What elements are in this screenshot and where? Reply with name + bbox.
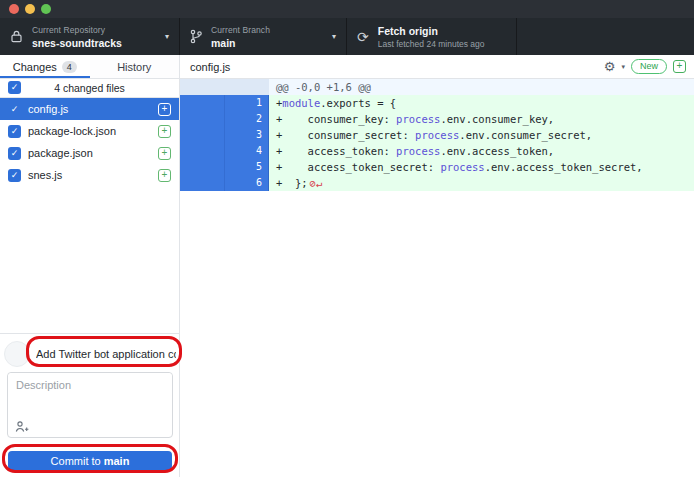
file-row-package-json[interactable]: ✓ package.json + [0, 142, 179, 164]
commit-to-main-button[interactable]: Commit to main [8, 451, 172, 470]
file-checkbox[interactable]: ✓ [8, 125, 21, 138]
added-status-icon: + [158, 169, 171, 182]
commit-button-branch: main [104, 455, 130, 467]
file-name: config.js [28, 103, 151, 115]
diff-line-text: + access_token: process.env.access_token… [269, 143, 694, 159]
code-text: + }; [276, 177, 308, 189]
code-text: .env.access_token_secret, [485, 161, 643, 173]
select-all-checkbox[interactable]: ✓ [8, 81, 21, 94]
new-file-badge: New [631, 59, 667, 74]
file-row-config-js[interactable]: ✓ config.js + [0, 98, 179, 120]
fetch-sublabel: Last fetched 24 minutes ago [378, 39, 485, 49]
diff-area: config.js ⚙ ▾ New + @@ -0,0 +1,6 @@ 1 +m… [180, 55, 694, 477]
new-line-gutter[interactable]: 5 [225, 159, 269, 175]
current-repository-dropdown[interactable]: Current Repository snes-soundtracks ▾ [0, 18, 180, 55]
code-text: .env.access_token, [440, 145, 554, 157]
commit-description-input[interactable] [8, 373, 172, 415]
diff-file-header: config.js ⚙ ▾ New + [180, 55, 694, 79]
added-status-icon: + [158, 103, 171, 116]
file-row-package-lock-json[interactable]: ✓ package-lock.json + [0, 120, 179, 142]
diff-line-text: +module.exports = { [269, 95, 694, 111]
diff-line-4: 4 + access_token: process.env.access_tok… [180, 143, 694, 159]
lock-icon [10, 29, 23, 44]
added-status-icon: + [158, 125, 171, 138]
minimize-window-button[interactable] [25, 4, 35, 14]
file-name: package.json [28, 147, 151, 159]
new-line-gutter[interactable]: 3 [225, 127, 269, 143]
zoom-window-button[interactable] [41, 4, 51, 14]
new-line-gutter[interactable]: 4 [225, 143, 269, 159]
avatar [4, 341, 30, 367]
commit-panel: Commit to main [0, 333, 179, 477]
diff-file-name: config.js [190, 61, 604, 73]
no-newline-icon: ⊘↵ [310, 177, 323, 189]
code-text: + access_token_secret: [276, 161, 440, 173]
tab-history-label: History [117, 61, 151, 73]
commit-button-prefix: Commit to [51, 455, 101, 467]
code-keyword: process [396, 113, 440, 125]
sync-icon: ⟳ [357, 30, 369, 44]
branch-label: Current Branch [211, 25, 270, 35]
changed-files-header: ✓ 4 changed files [0, 79, 179, 98]
diff-line-5: 5 + access_token_secret: process.env.acc… [180, 159, 694, 175]
chevron-down-icon[interactable]: ▾ [621, 63, 625, 71]
github-desktop-window: Current Repository snes-soundtracks ▾ Cu… [0, 0, 694, 477]
toolbar: Current Repository snes-soundtracks ▾ Cu… [0, 18, 694, 55]
code-text: .env.consumer_key, [440, 113, 554, 125]
hunk-header-text: @@ -0,0 +1,6 @@ [269, 79, 694, 95]
file-checkbox[interactable]: ✓ [8, 147, 21, 160]
code-text: + consumer_secret: [276, 129, 415, 141]
new-line-gutter[interactable]: 6 [225, 175, 269, 191]
old-line-gutter[interactable] [180, 159, 225, 175]
old-line-gutter[interactable] [180, 143, 225, 159]
old-line-gutter[interactable] [180, 111, 225, 127]
repository-label: Current Repository [32, 25, 122, 35]
diff-line-2: 2 + consumer_key: process.env.consumer_k… [180, 111, 694, 127]
diff-line-text: + consumer_secret: process.env.consumer_… [269, 127, 694, 143]
branch-name: main [211, 37, 270, 49]
add-coauthor-icon[interactable] [15, 420, 30, 433]
file-row-snes-js[interactable]: ✓ snes.js + [0, 164, 179, 186]
diff-line-text: + consumer_key: process.env.consumer_key… [269, 111, 694, 127]
chevron-down-icon: ▾ [332, 32, 336, 41]
code-keyword: module [282, 97, 320, 109]
old-line-gutter[interactable] [180, 95, 225, 111]
tab-changes[interactable]: Changes 4 [0, 55, 90, 78]
old-line-gutter[interactable] [180, 175, 225, 191]
expand-diff-icon[interactable]: + [673, 60, 686, 73]
commit-description-box [7, 372, 173, 438]
git-branch-icon [190, 29, 202, 44]
diff-line-text: + };⊘↵ [269, 175, 694, 191]
fetch-label: Fetch origin [378, 25, 485, 37]
old-line-gutter[interactable] [180, 127, 225, 143]
diff-line-1: 1 +module.exports = { [180, 95, 694, 111]
tab-history[interactable]: History [90, 55, 180, 78]
new-line-gutter[interactable]: 2 [225, 111, 269, 127]
macos-titlebar [0, 0, 694, 18]
file-checkbox[interactable]: ✓ [8, 169, 21, 182]
file-name: snes.js [28, 169, 151, 181]
chevron-down-icon: ▾ [165, 32, 169, 41]
sidebar-tabs: Changes 4 History [0, 55, 179, 79]
commit-summary-input[interactable] [34, 343, 178, 365]
diff-line-text: + access_token_secret: process.env.acces… [269, 159, 694, 175]
diff-hunk-header: @@ -0,0 +1,6 @@ [180, 79, 694, 95]
close-window-button[interactable] [9, 4, 19, 14]
file-checkbox[interactable]: ✓ [8, 103, 21, 116]
code-keyword: process [440, 161, 484, 173]
code-keyword: process [396, 145, 440, 157]
new-line-gutter[interactable]: 1 [225, 95, 269, 111]
diff-line-6: 6 + };⊘↵ [180, 175, 694, 191]
changes-count-badge: 4 [62, 61, 77, 73]
code-text: .exports = { [320, 97, 396, 109]
file-name: package-lock.json [28, 125, 151, 137]
changed-files-count: 4 changed files [54, 82, 125, 94]
current-branch-dropdown[interactable]: Current Branch main ▾ [180, 18, 347, 55]
fetch-origin-button[interactable]: ⟳ Fetch origin Last fetched 24 minutes a… [347, 18, 517, 55]
gear-icon[interactable]: ⚙ [604, 60, 616, 73]
toolbar-spacer [517, 18, 694, 55]
code-text: .env.consumer_secret, [459, 129, 592, 141]
diff-line-3: 3 + consumer_secret: process.env.consume… [180, 127, 694, 143]
hunk-gutter [180, 79, 269, 95]
code-keyword: process [415, 129, 459, 141]
